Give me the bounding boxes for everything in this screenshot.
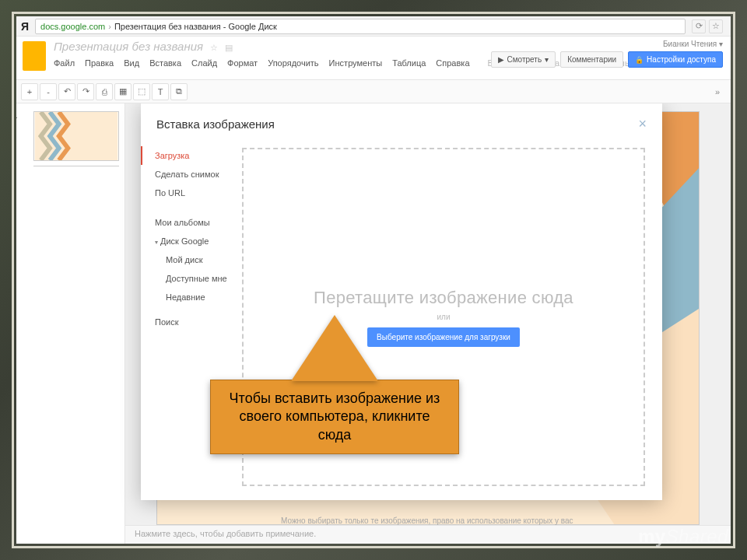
tool-undo[interactable]: ↶	[58, 83, 75, 100]
workspace: 1	[16, 103, 731, 544]
toolbar: + - ↶ ↷ ⎙ ▦ ⬚ T ⧉ »	[16, 80, 731, 103]
side-recent[interactable]: Недавние	[155, 288, 242, 306]
comments-button[interactable]: Комментарии	[560, 51, 623, 68]
menu-insert[interactable]: Вставка	[149, 58, 181, 68]
folder-icon[interactable]: ▤	[225, 43, 233, 52]
doc-title[interactable]: Презентация без названия	[54, 40, 203, 53]
side-snapshot[interactable]: Сделать снимок	[155, 165, 242, 184]
close-icon[interactable]: ×	[638, 116, 647, 132]
dialog-sidebar: Загрузка Сделать снимок По URL Мои альбо…	[141, 140, 242, 500]
watermark: myShared	[638, 526, 728, 548]
slide-thumbnails: 1	[16, 103, 125, 544]
favourite-star-icon[interactable]: ☆	[210, 43, 218, 52]
toolbar-collapse-icon[interactable]: »	[709, 87, 726, 96]
tool-newslide[interactable]: +	[21, 83, 38, 100]
slides-logo-icon	[23, 41, 46, 71]
rights-hint: Можно выбирать только те изображения, пр…	[281, 516, 684, 525]
insert-image-dialog: Вставка изображения × Загрузка Сделать с…	[141, 103, 662, 500]
share-button[interactable]: 🔒Настройки доступа	[628, 51, 723, 68]
url-title: Презентация без названия - Google Диск	[114, 22, 277, 31]
lock-icon: 🔒	[635, 56, 644, 64]
tool-image[interactable]: ⧉	[170, 83, 188, 100]
account-menu[interactable]: Бианки Чтения ▾	[663, 40, 723, 48]
choose-file-button[interactable]: Выберите изображение для загрузки	[367, 327, 520, 347]
menu-format[interactable]: Формат	[227, 58, 258, 68]
doc-header: Презентация без названия ☆ ▤ Файл Правка…	[16, 37, 731, 80]
menu-help[interactable]: Справка	[436, 58, 469, 68]
browser-logo[interactable]: Я	[21, 20, 29, 33]
menu-slide[interactable]: Слайд	[191, 58, 217, 68]
drop-zone[interactable]: Перетащите изображение сюда или Выберите…	[242, 148, 645, 486]
menu-table[interactable]: Таблица	[392, 58, 426, 68]
tool-shape[interactable]: ⬚	[133, 83, 150, 100]
tool-text[interactable]: T	[152, 83, 169, 100]
browser-window: Я docs.google.com › Презентация без назв…	[16, 16, 731, 544]
tool-redo[interactable]: ↷	[77, 83, 94, 100]
thumb-number: 1	[16, 111, 18, 120]
side-shared[interactable]: Доступные мне	[155, 269, 242, 288]
reload-icon[interactable]: ⟳	[692, 19, 706, 33]
tool-minus[interactable]: -	[40, 83, 57, 100]
dialog-title: Вставка изображения	[156, 117, 275, 131]
present-button[interactable]: ▶ Смотреть ▾	[491, 51, 556, 68]
side-albums[interactable]: Мои альбомы	[155, 213, 242, 232]
side-drive[interactable]: Диск Google	[155, 232, 242, 250]
slide-thumbnail-1[interactable]	[33, 111, 119, 161]
url-domain: docs.google.com	[40, 22, 105, 31]
menu-arrange[interactable]: Упорядочить	[268, 58, 318, 68]
menu-edit[interactable]: Правка	[85, 58, 114, 68]
drop-text: Перетащите изображение сюда	[314, 288, 573, 308]
menu-tools[interactable]: Инструменты	[329, 58, 383, 68]
menu-file[interactable]: Файл	[54, 58, 75, 68]
side-upload[interactable]: Загрузка	[141, 146, 242, 165]
url-box[interactable]: docs.google.com › Презентация без назван…	[35, 19, 686, 34]
bookmark-star-icon[interactable]: ☆	[709, 19, 723, 33]
side-byurl[interactable]: По URL	[155, 184, 242, 202]
side-mydisk[interactable]: Мой диск	[155, 250, 242, 269]
menu-view[interactable]: Вид	[124, 58, 139, 68]
tool-grid[interactable]: ▦	[114, 83, 132, 100]
tool-print[interactable]: ⎙	[96, 83, 113, 100]
address-bar: Я docs.google.com › Презентация без назв…	[16, 16, 731, 37]
drop-or: или	[437, 313, 450, 321]
side-search[interactable]: Поиск	[155, 313, 242, 331]
